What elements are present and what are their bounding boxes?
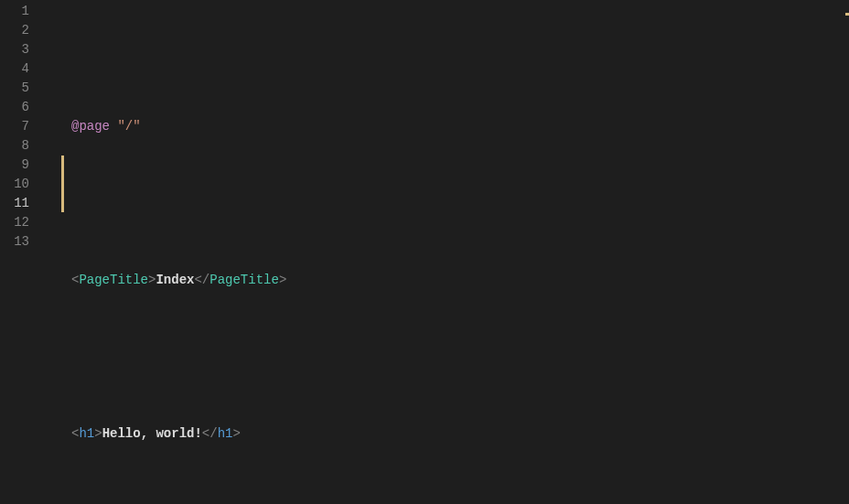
- line-number: 10: [0, 175, 46, 194]
- line-number: 6: [0, 98, 46, 117]
- line-number: 1: [0, 2, 46, 21]
- line-number: 9: [0, 155, 46, 175]
- line-number: 12: [0, 213, 46, 232]
- code-line[interactable]: <PageTitle>Index</PageTitle>: [46, 271, 849, 290]
- razor-directive: @page: [71, 119, 110, 134]
- line-number: 13: [0, 232, 46, 252]
- tag-text: Hello, world!: [102, 426, 202, 441]
- code-line[interactable]: @page "/": [46, 117, 849, 136]
- line-number: 7: [0, 117, 46, 136]
- code-line[interactable]: [46, 194, 849, 213]
- overview-mark: [845, 13, 849, 16]
- overview-ruler[interactable]: [845, 0, 849, 504]
- line-number: 3: [0, 40, 46, 59]
- line-number: 2: [0, 21, 46, 40]
- string-literal: "/": [117, 119, 140, 134]
- code-line[interactable]: [46, 348, 849, 367]
- html-tag: h1: [79, 426, 94, 441]
- code-editor[interactable]: 1 2 3 4 5 6 7 8 9 10 11 12 13 @page "/" …: [0, 0, 849, 504]
- code-line[interactable]: <h1>Hello, world!</h1>: [46, 424, 849, 444]
- tag-text: Index: [156, 273, 194, 287]
- component-tag: PageTitle: [79, 273, 148, 287]
- line-number: 5: [0, 79, 46, 98]
- line-number: 8: [0, 136, 46, 155]
- line-number: 4: [0, 59, 46, 79]
- code-area[interactable]: @page "/" <PageTitle>Index</PageTitle> <…: [46, 0, 849, 504]
- line-number-current: 11: [0, 194, 46, 213]
- line-number-gutter: 1 2 3 4 5 6 7 8 9 10 11 12 13: [0, 0, 46, 504]
